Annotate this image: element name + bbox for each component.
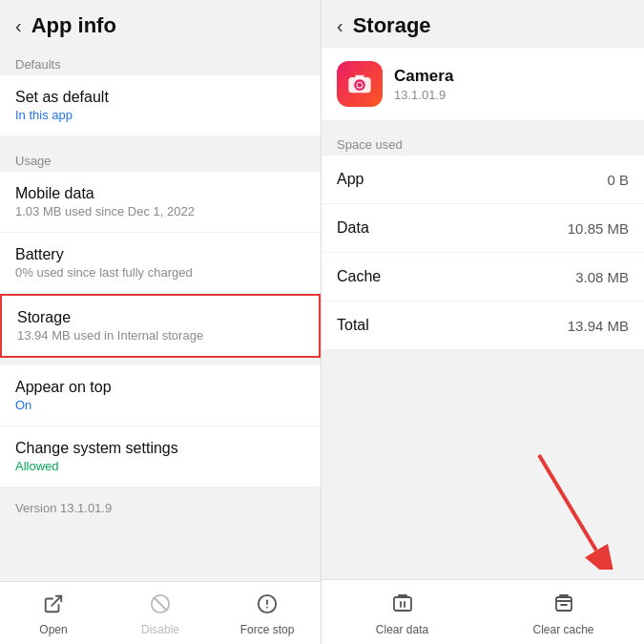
space-used-label: Space used (322, 128, 644, 156)
right-page-title: Storage (353, 13, 431, 38)
svg-rect-12 (394, 597, 411, 611)
set-as-default-title: Set as default (15, 89, 305, 106)
arrow-container (322, 349, 644, 579)
defaults-section-label: Defaults (0, 48, 321, 75)
storage-row-total: Total 13.94 MB (322, 301, 644, 349)
app-info: Camera 13.1.01.9 (394, 67, 453, 102)
change-system-settings-item[interactable]: Change system settings Allowed (0, 426, 321, 488)
clear-cache-icon (552, 592, 575, 620)
svg-point-8 (358, 83, 363, 88)
cache-row-label: Cache (337, 268, 381, 285)
left-panel: ‹ App info Defaults Set as default In th… (0, 0, 322, 644)
storage-row-cache: Cache 3.08 MB (322, 253, 644, 301)
clear-data-icon (391, 592, 414, 620)
disable-button[interactable]: Disable (107, 590, 214, 640)
back-icon[interactable]: ‹ (15, 15, 22, 37)
clear-data-button[interactable]: Clear data (322, 588, 483, 640)
storage-item[interactable]: Storage 13.94 MB used in Internal storag… (0, 294, 321, 358)
mobile-data-sub: 1.03 MB used since Dec 1, 2022 (15, 204, 305, 218)
change-system-settings-title: Change system settings (15, 440, 305, 457)
app-card: Camera 13.1.01.9 (322, 48, 644, 120)
disable-icon (150, 593, 171, 620)
page-title: App info (31, 13, 116, 38)
mobile-data-title: Mobile data (15, 185, 305, 202)
app-version: 13.1.01.9 (394, 88, 453, 102)
left-header: ‹ App info (0, 0, 321, 48)
svg-line-11 (539, 455, 596, 551)
set-as-default-sub: In this app (15, 108, 305, 122)
cache-row-value: 3.08 MB (575, 269, 629, 285)
force-stop-label: Force stop (240, 623, 295, 636)
svg-line-2 (155, 598, 167, 611)
data-row-value: 10.85 MB (568, 220, 629, 237)
svg-line-0 (52, 596, 61, 606)
force-stop-button[interactable]: Force stop (214, 590, 321, 640)
divider2 (0, 358, 321, 365)
red-arrow-svg (510, 446, 625, 570)
storage-row-app: App 0 B (322, 156, 644, 204)
left-bottom-bar: Open Disable Force stop (0, 581, 321, 644)
clear-data-label: Clear data (376, 623, 428, 636)
total-row-label: Total (337, 317, 369, 334)
right-bottom-bar: Clear data Clear cache (322, 579, 644, 644)
app-name: Camera (394, 67, 453, 86)
app-row-label: App (337, 171, 364, 188)
set-as-default-item[interactable]: Set as default In this app (0, 75, 321, 136)
appear-on-top-item[interactable]: Appear on top On (0, 365, 321, 426)
right-back-icon[interactable]: ‹ (337, 15, 343, 37)
right-divider1 (322, 120, 644, 128)
svg-rect-9 (355, 75, 364, 79)
app-row-value: 0 B (607, 172, 629, 188)
disable-label: Disable (141, 623, 179, 636)
clear-cache-button[interactable]: Clear cache (483, 588, 644, 640)
change-system-settings-sub: Allowed (15, 459, 305, 473)
storage-row-data: Data 10.85 MB (322, 204, 644, 253)
right-header: ‹ Storage (322, 0, 644, 48)
appear-on-top-sub: On (15, 398, 305, 412)
version-text: Version 13.1.01.9 (0, 488, 321, 581)
total-row-value: 13.94 MB (568, 318, 629, 334)
storage-sub: 13.94 MB used in Internal storage (17, 328, 303, 343)
usage-section-label: Usage (0, 144, 321, 172)
open-label: Open (39, 623, 67, 636)
right-panel: ‹ Storage Camera 13.1.01.9 Space used Ap… (322, 0, 644, 644)
battery-item[interactable]: Battery 0% used since last fully charged (0, 233, 321, 294)
battery-title: Battery (15, 246, 305, 263)
divider1 (0, 136, 321, 144)
svg-rect-15 (556, 597, 571, 611)
appear-on-top-title: Appear on top (15, 379, 305, 396)
force-stop-icon (257, 593, 278, 620)
open-button[interactable]: Open (0, 590, 107, 640)
battery-sub: 0% used since last fully charged (15, 265, 305, 280)
mobile-data-item[interactable]: Mobile data 1.03 MB used since Dec 1, 20… (0, 172, 321, 233)
camera-icon (346, 71, 373, 97)
open-icon (43, 593, 64, 620)
app-icon-container (337, 61, 383, 107)
clear-cache-label: Clear cache (532, 623, 593, 636)
data-row-label: Data (337, 219, 369, 237)
storage-title: Storage (17, 309, 303, 326)
